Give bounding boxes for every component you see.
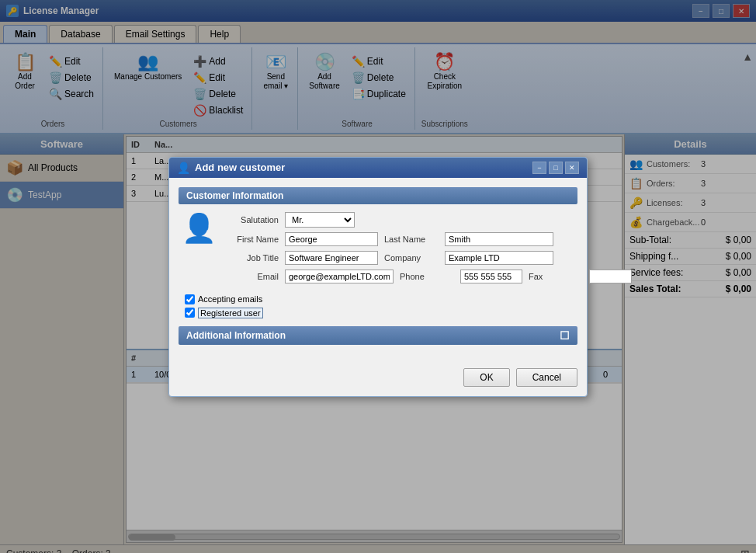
modal-minimize-button[interactable]: − — [532, 162, 546, 174]
modal-dialog: 👤 Add new customer − □ ✕ Customer Inform… — [168, 157, 588, 397]
job-title-label: Job Title — [224, 253, 279, 263]
customer-info-label: Customer Information — [186, 190, 283, 201]
registered-user-checkbox[interactable] — [185, 308, 195, 318]
salutation-select[interactable]: Mr. Mrs. Ms. Dr. — [285, 212, 355, 228]
registered-user-row: Registered user — [179, 308, 577, 318]
additional-info-label: Additional Information — [186, 330, 286, 341]
accepting-emails-label[interactable]: Accepting emails — [198, 294, 262, 304]
salutation-row: Salutation Mr. Mrs. Ms. Dr. — [224, 212, 632, 228]
last-name-input[interactable] — [445, 232, 553, 246]
avatar-area: 👤 Salutation Mr. Mrs. Ms. Dr. — [179, 212, 577, 294]
modal-restore-button[interactable]: □ — [549, 162, 563, 174]
fax-input[interactable] — [589, 270, 632, 283]
modal-title-icon: 👤 — [177, 162, 190, 174]
fax-label: Fax — [529, 272, 583, 281]
modal-titlebar: 👤 Add new customer − □ ✕ — [169, 158, 587, 178]
first-name-input[interactable] — [285, 232, 378, 246]
modal-title: Add new customer — [195, 162, 532, 173]
customer-info-header: Customer Information — [179, 187, 577, 204]
ok-button[interactable]: OK — [463, 368, 509, 387]
job-title-input[interactable] — [285, 251, 378, 265]
additional-info-collapse-icon[interactable]: ☐ — [560, 329, 570, 342]
job-title-row: Job Title Company — [224, 251, 632, 265]
additional-info-header: Additional Information ☐ — [179, 326, 577, 345]
cancel-button[interactable]: Cancel — [516, 368, 577, 387]
modal-overlay: 👤 Add new customer − □ ✕ Customer Inform… — [0, 0, 756, 553]
first-name-label: First Name — [224, 235, 279, 244]
phone-label: Phone — [400, 272, 454, 281]
last-name-label: Last Name — [384, 235, 439, 244]
accepting-emails-row: Accepting emails — [179, 294, 577, 304]
company-input[interactable] — [445, 251, 553, 265]
contact-row: Email Phone Fax — [224, 270, 632, 283]
email-label: Email — [224, 272, 279, 281]
modal-controls: − □ ✕ — [532, 162, 579, 174]
salutation-label: Salutation — [224, 215, 279, 224]
modal-footer: OK Cancel — [169, 362, 587, 396]
registered-user-label[interactable]: Registered user — [198, 308, 263, 318]
name-row: First Name Last Name — [224, 232, 632, 246]
accepting-emails-checkbox[interactable] — [185, 294, 195, 304]
email-input[interactable] — [285, 270, 394, 283]
modal-close-button[interactable]: ✕ — [565, 162, 579, 174]
phone-input[interactable] — [460, 270, 522, 283]
avatar-icon: 👤 — [182, 212, 217, 245]
modal-body: Customer Information 👤 Salutation Mr. Mr… — [169, 178, 587, 362]
form-area: Salutation Mr. Mrs. Ms. Dr. First Name L… — [224, 212, 632, 288]
company-label: Company — [384, 253, 439, 263]
